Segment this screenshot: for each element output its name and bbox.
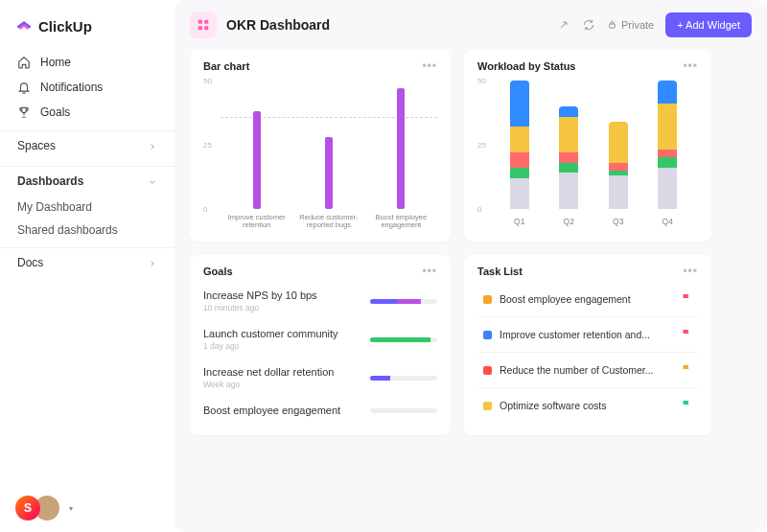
task-title: Reduce the number of Customer...: [500, 364, 654, 376]
task-title: Improve customer retention and...: [500, 329, 650, 340]
add-widget-button[interactable]: + Add Widget: [665, 12, 752, 37]
task-title: Boost employee engagement: [500, 293, 631, 305]
goal-title: Increase NPS by 10 bps: [203, 289, 360, 301]
bar-segment: [510, 168, 529, 178]
status-dot: [483, 366, 492, 375]
expand-icon[interactable]: [557, 18, 570, 32]
x-label: Reduce customer-reported bugs: [294, 214, 363, 230]
trophy-icon: [17, 105, 31, 119]
private-label: Private: [621, 19, 654, 31]
svg-rect-0: [198, 20, 202, 24]
card-workload: Workload by Status ••• 02550Q1Q2Q3Q4: [464, 50, 711, 242]
status-dot: [483, 295, 492, 304]
card-menu-icon[interactable]: •••: [422, 59, 437, 73]
task-item[interactable]: Boost employee engagement: [477, 282, 698, 317]
goal-title: Boost employee engagement: [203, 405, 360, 416]
goal-progress: [370, 408, 437, 413]
bar-segment: [658, 150, 677, 157]
card-menu-icon[interactable]: •••: [683, 59, 698, 73]
card-title: Bar chart: [203, 60, 249, 72]
task-item[interactable]: Reduce the number of Customer...: [477, 353, 698, 388]
nav-notifications[interactable]: Notifications: [0, 75, 174, 100]
main-content: OKR Dashboard Private + Add Widget Bar c…: [174, 0, 767, 532]
page-title: OKR Dashboard: [226, 17, 330, 33]
stacked-bar: [559, 106, 578, 209]
stacked-bar: [510, 81, 529, 209]
goal-title: Increase net dollar retention: [203, 366, 360, 378]
card-menu-icon[interactable]: •••: [422, 265, 437, 278]
refresh-icon[interactable]: [582, 18, 595, 32]
sidebar-section-dashboards[interactable]: Dashboards: [0, 166, 174, 196]
goals-list: Increase NPS by 10 bps10 minutes agoLaun…: [203, 282, 437, 424]
goal-item[interactable]: Increase NPS by 10 bps10 minutes ago: [203, 282, 437, 320]
stacked-bar: [609, 122, 628, 209]
goal-title: Launch customer community: [203, 328, 360, 339]
bar: [300, 137, 358, 209]
flag-icon[interactable]: [681, 326, 692, 343]
bar-segment: [510, 178, 529, 209]
task-list: Boost employee engagementImprove custome…: [477, 282, 698, 423]
chevron-down-icon: ▾: [69, 504, 73, 513]
chevron-right-icon: [148, 258, 157, 267]
card-title: Goals: [203, 266, 233, 277]
flag-icon[interactable]: [681, 397, 692, 414]
brand-logo[interactable]: ClickUp: [0, 12, 174, 50]
sidebar-section-spaces[interactable]: Spaces: [0, 130, 174, 160]
sidebar-section-docs[interactable]: Docs: [0, 247, 174, 277]
card-bar-chart: Bar chart ••• 02550Improve customer rete…: [190, 50, 451, 242]
status-dot: [483, 402, 492, 410]
goal-progress: [370, 376, 437, 381]
x-label: Improve customer retention: [222, 214, 291, 230]
sidebar-item-my-dashboard[interactable]: My Dashboard: [0, 196, 174, 219]
chevron-down-icon: [148, 176, 157, 186]
nav-label: Notifications: [40, 81, 103, 94]
status-dot: [483, 331, 492, 339]
visibility-private[interactable]: Private: [607, 19, 654, 32]
bar-segment: [658, 157, 677, 168]
x-label: Q1: [508, 217, 531, 226]
sidebar-item-shared-dashboards[interactable]: Shared dashboards: [0, 219, 174, 242]
x-label: Boost employee engagement: [366, 214, 435, 230]
goal-time: 1 day ago: [203, 341, 360, 351]
nav-goals[interactable]: Goals: [0, 100, 174, 125]
sidebar: ClickUp Home Notifications Goals Spaces …: [0, 0, 174, 532]
flag-icon[interactable]: [681, 361, 692, 379]
brand-name: ClickUp: [38, 18, 92, 35]
bar-segment: [609, 175, 628, 209]
topbar: OKR Dashboard Private + Add Widget: [190, 0, 752, 50]
bar-segment: [658, 168, 677, 209]
x-label: Q3: [607, 217, 630, 226]
goal-item[interactable]: Launch customer community1 day ago: [203, 320, 437, 359]
x-label: Q2: [557, 217, 580, 226]
clickup-logo-icon: [15, 15, 33, 36]
goal-item[interactable]: Boost employee engagement: [203, 397, 437, 424]
bar-segment: [609, 122, 628, 163]
y-tick: 50: [477, 77, 486, 85]
bar-segment: [559, 152, 578, 163]
workload-chart: 02550Q1Q2Q3Q4: [477, 77, 698, 230]
svg-rect-1: [204, 20, 208, 24]
user-switcher[interactable]: S ▾: [15, 496, 73, 520]
section-label: Docs: [17, 256, 43, 269]
stacked-bar: [658, 81, 677, 209]
bar-segment: [658, 81, 677, 104]
task-item[interactable]: Improve customer retention and...: [477, 317, 698, 353]
card-menu-icon[interactable]: •••: [683, 265, 698, 278]
goal-progress: [370, 299, 437, 304]
y-tick: 25: [477, 141, 486, 150]
bell-icon: [17, 81, 31, 94]
nav-home[interactable]: Home: [0, 50, 174, 75]
task-item[interactable]: Optimize software costs: [477, 388, 698, 423]
bar-chart: 02550Improve customer retentionReduce cu…: [203, 77, 437, 230]
bar-segment: [559, 173, 578, 209]
y-tick: 50: [203, 77, 212, 85]
x-label: Q4: [656, 217, 679, 226]
bar: [228, 111, 286, 209]
goal-time: 10 minutes ago: [203, 303, 360, 312]
bar-segment: [559, 163, 578, 173]
home-icon: [17, 56, 31, 69]
bar-segment: [510, 81, 529, 127]
goal-item[interactable]: Increase net dollar retentionWeek ago: [203, 359, 437, 397]
svg-rect-2: [198, 26, 202, 30]
flag-icon[interactable]: [681, 290, 692, 308]
